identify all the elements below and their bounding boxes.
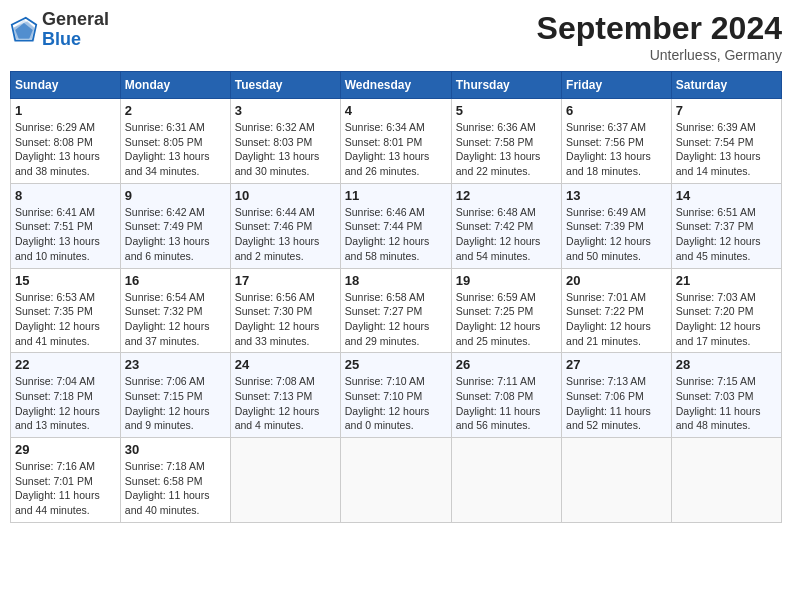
- day-detail: Sunrise: 6:39 AM Sunset: 7:54 PM Dayligh…: [676, 120, 777, 179]
- day-detail: Sunrise: 7:06 AM Sunset: 7:15 PM Dayligh…: [125, 374, 226, 433]
- logo-blue-text: Blue: [42, 29, 81, 49]
- day-header-friday: Friday: [562, 72, 672, 99]
- day-number: 21: [676, 273, 777, 288]
- day-cell: 27Sunrise: 7:13 AM Sunset: 7:06 PM Dayli…: [562, 353, 672, 438]
- logo: General Blue: [10, 10, 109, 50]
- day-number: 13: [566, 188, 667, 203]
- day-cell: 3Sunrise: 6:32 AM Sunset: 8:03 PM Daylig…: [230, 99, 340, 184]
- day-header-wednesday: Wednesday: [340, 72, 451, 99]
- day-cell: 22Sunrise: 7:04 AM Sunset: 7:18 PM Dayli…: [11, 353, 121, 438]
- day-cell: 28Sunrise: 7:15 AM Sunset: 7:03 PM Dayli…: [671, 353, 781, 438]
- day-cell: 24Sunrise: 7:08 AM Sunset: 7:13 PM Dayli…: [230, 353, 340, 438]
- day-detail: Sunrise: 6:32 AM Sunset: 8:03 PM Dayligh…: [235, 120, 336, 179]
- calendar: SundayMondayTuesdayWednesdayThursdayFrid…: [10, 71, 782, 523]
- day-cell: 15Sunrise: 6:53 AM Sunset: 7:35 PM Dayli…: [11, 268, 121, 353]
- day-cell: 2Sunrise: 6:31 AM Sunset: 8:05 PM Daylig…: [120, 99, 230, 184]
- day-detail: Sunrise: 6:59 AM Sunset: 7:25 PM Dayligh…: [456, 290, 557, 349]
- day-detail: Sunrise: 7:11 AM Sunset: 7:08 PM Dayligh…: [456, 374, 557, 433]
- day-cell: 19Sunrise: 6:59 AM Sunset: 7:25 PM Dayli…: [451, 268, 561, 353]
- day-cell: 30Sunrise: 7:18 AM Sunset: 6:58 PM Dayli…: [120, 438, 230, 523]
- day-number: 14: [676, 188, 777, 203]
- week-row-1: 1Sunrise: 6:29 AM Sunset: 8:08 PM Daylig…: [11, 99, 782, 184]
- day-cell: 16Sunrise: 6:54 AM Sunset: 7:32 PM Dayli…: [120, 268, 230, 353]
- day-cell: 8Sunrise: 6:41 AM Sunset: 7:51 PM Daylig…: [11, 183, 121, 268]
- day-number: 3: [235, 103, 336, 118]
- day-cell: [230, 438, 340, 523]
- day-cell: 9Sunrise: 6:42 AM Sunset: 7:49 PM Daylig…: [120, 183, 230, 268]
- day-detail: Sunrise: 7:13 AM Sunset: 7:06 PM Dayligh…: [566, 374, 667, 433]
- week-row-3: 15Sunrise: 6:53 AM Sunset: 7:35 PM Dayli…: [11, 268, 782, 353]
- day-cell: 10Sunrise: 6:44 AM Sunset: 7:46 PM Dayli…: [230, 183, 340, 268]
- day-number: 27: [566, 357, 667, 372]
- week-row-2: 8Sunrise: 6:41 AM Sunset: 7:51 PM Daylig…: [11, 183, 782, 268]
- day-detail: Sunrise: 7:01 AM Sunset: 7:22 PM Dayligh…: [566, 290, 667, 349]
- day-number: 26: [456, 357, 557, 372]
- calendar-body: 1Sunrise: 6:29 AM Sunset: 8:08 PM Daylig…: [11, 99, 782, 523]
- day-cell: 1Sunrise: 6:29 AM Sunset: 8:08 PM Daylig…: [11, 99, 121, 184]
- day-number: 8: [15, 188, 116, 203]
- day-number: 25: [345, 357, 447, 372]
- week-row-5: 29Sunrise: 7:16 AM Sunset: 7:01 PM Dayli…: [11, 438, 782, 523]
- day-cell: [340, 438, 451, 523]
- day-number: 15: [15, 273, 116, 288]
- day-detail: Sunrise: 6:51 AM Sunset: 7:37 PM Dayligh…: [676, 205, 777, 264]
- day-detail: Sunrise: 6:29 AM Sunset: 8:08 PM Dayligh…: [15, 120, 116, 179]
- day-cell: 26Sunrise: 7:11 AM Sunset: 7:08 PM Dayli…: [451, 353, 561, 438]
- day-number: 9: [125, 188, 226, 203]
- day-cell: 14Sunrise: 6:51 AM Sunset: 7:37 PM Dayli…: [671, 183, 781, 268]
- day-header-tuesday: Tuesday: [230, 72, 340, 99]
- day-cell: 12Sunrise: 6:48 AM Sunset: 7:42 PM Dayli…: [451, 183, 561, 268]
- day-detail: Sunrise: 6:54 AM Sunset: 7:32 PM Dayligh…: [125, 290, 226, 349]
- day-cell: [671, 438, 781, 523]
- day-number: 19: [456, 273, 557, 288]
- week-row-4: 22Sunrise: 7:04 AM Sunset: 7:18 PM Dayli…: [11, 353, 782, 438]
- day-header-monday: Monday: [120, 72, 230, 99]
- day-cell: 29Sunrise: 7:16 AM Sunset: 7:01 PM Dayli…: [11, 438, 121, 523]
- day-number: 28: [676, 357, 777, 372]
- day-detail: Sunrise: 6:44 AM Sunset: 7:46 PM Dayligh…: [235, 205, 336, 264]
- day-number: 16: [125, 273, 226, 288]
- day-detail: Sunrise: 6:53 AM Sunset: 7:35 PM Dayligh…: [15, 290, 116, 349]
- day-cell: 18Sunrise: 6:58 AM Sunset: 7:27 PM Dayli…: [340, 268, 451, 353]
- logo-general-text: General: [42, 9, 109, 29]
- day-cell: [562, 438, 672, 523]
- day-detail: Sunrise: 6:42 AM Sunset: 7:49 PM Dayligh…: [125, 205, 226, 264]
- day-cell: [451, 438, 561, 523]
- day-cell: 20Sunrise: 7:01 AM Sunset: 7:22 PM Dayli…: [562, 268, 672, 353]
- day-detail: Sunrise: 7:10 AM Sunset: 7:10 PM Dayligh…: [345, 374, 447, 433]
- day-number: 10: [235, 188, 336, 203]
- day-detail: Sunrise: 7:18 AM Sunset: 6:58 PM Dayligh…: [125, 459, 226, 518]
- day-number: 2: [125, 103, 226, 118]
- title-area: September 2024 Unterluess, Germany: [537, 10, 782, 63]
- day-detail: Sunrise: 6:56 AM Sunset: 7:30 PM Dayligh…: [235, 290, 336, 349]
- day-number: 24: [235, 357, 336, 372]
- logo-icon: [10, 16, 38, 44]
- day-detail: Sunrise: 6:34 AM Sunset: 8:01 PM Dayligh…: [345, 120, 447, 179]
- day-detail: Sunrise: 6:58 AM Sunset: 7:27 PM Dayligh…: [345, 290, 447, 349]
- day-detail: Sunrise: 6:49 AM Sunset: 7:39 PM Dayligh…: [566, 205, 667, 264]
- day-detail: Sunrise: 7:08 AM Sunset: 7:13 PM Dayligh…: [235, 374, 336, 433]
- day-cell: 4Sunrise: 6:34 AM Sunset: 8:01 PM Daylig…: [340, 99, 451, 184]
- day-cell: 11Sunrise: 6:46 AM Sunset: 7:44 PM Dayli…: [340, 183, 451, 268]
- day-header-saturday: Saturday: [671, 72, 781, 99]
- day-detail: Sunrise: 6:46 AM Sunset: 7:44 PM Dayligh…: [345, 205, 447, 264]
- day-detail: Sunrise: 6:36 AM Sunset: 7:58 PM Dayligh…: [456, 120, 557, 179]
- day-number: 12: [456, 188, 557, 203]
- day-cell: 13Sunrise: 6:49 AM Sunset: 7:39 PM Dayli…: [562, 183, 672, 268]
- day-number: 18: [345, 273, 447, 288]
- day-number: 5: [456, 103, 557, 118]
- day-cell: 7Sunrise: 6:39 AM Sunset: 7:54 PM Daylig…: [671, 99, 781, 184]
- day-number: 7: [676, 103, 777, 118]
- day-number: 1: [15, 103, 116, 118]
- day-detail: Sunrise: 7:03 AM Sunset: 7:20 PM Dayligh…: [676, 290, 777, 349]
- day-number: 29: [15, 442, 116, 457]
- day-cell: 21Sunrise: 7:03 AM Sunset: 7:20 PM Dayli…: [671, 268, 781, 353]
- day-detail: Sunrise: 6:48 AM Sunset: 7:42 PM Dayligh…: [456, 205, 557, 264]
- day-cell: 17Sunrise: 6:56 AM Sunset: 7:30 PM Dayli…: [230, 268, 340, 353]
- day-number: 6: [566, 103, 667, 118]
- day-detail: Sunrise: 6:31 AM Sunset: 8:05 PM Dayligh…: [125, 120, 226, 179]
- day-detail: Sunrise: 6:41 AM Sunset: 7:51 PM Dayligh…: [15, 205, 116, 264]
- day-cell: 23Sunrise: 7:06 AM Sunset: 7:15 PM Dayli…: [120, 353, 230, 438]
- day-detail: Sunrise: 6:37 AM Sunset: 7:56 PM Dayligh…: [566, 120, 667, 179]
- day-number: 30: [125, 442, 226, 457]
